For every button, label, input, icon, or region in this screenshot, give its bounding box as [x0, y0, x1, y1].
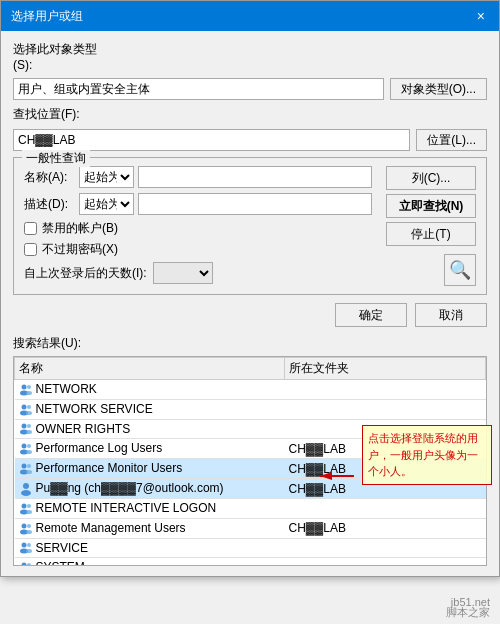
group-icon — [19, 462, 33, 476]
svg-point-28 — [27, 524, 31, 528]
no-expire-label: 不过期密码(X) — [42, 241, 118, 258]
arrow-icon — [318, 469, 358, 483]
row-name-cell: SYSTEM — [15, 558, 285, 566]
group-icon — [19, 422, 33, 436]
dialog-title: 选择用户或组 — [11, 8, 83, 25]
arrow-indicator — [318, 469, 358, 486]
table-row[interactable]: SERVICE — [15, 538, 486, 558]
desc-query-label: 描述(D): — [24, 196, 79, 213]
name-query-row: 名称(A): 起始为 — [24, 166, 372, 188]
group-icon — [19, 442, 33, 456]
group-icon — [19, 522, 33, 536]
name-query-label: 名称(A): — [24, 169, 79, 186]
group-icon — [19, 561, 33, 566]
results-label: 搜索结果(U): — [13, 335, 487, 352]
watermark2: 脚本之家 — [446, 605, 490, 620]
svg-point-32 — [27, 543, 31, 547]
section-legend: 一般性查询 — [22, 150, 90, 167]
ok-button[interactable]: 确定 — [335, 303, 407, 327]
disabled-accounts-checkbox[interactable] — [24, 222, 37, 235]
svg-point-15 — [26, 450, 32, 454]
table-row[interactable]: NETWORK — [15, 380, 486, 400]
desc-query-row: 描述(D): 起始为 — [24, 193, 372, 215]
row-name-cell: NETWORK — [15, 380, 285, 400]
svg-point-29 — [26, 530, 32, 534]
annotation-text: 点击选择登陆系统的用户，一般用户头像为一个小人。 — [368, 432, 478, 477]
svg-point-34 — [21, 563, 26, 566]
svg-point-11 — [26, 430, 32, 434]
row-folder-cell: CH▓▓LAB — [285, 518, 486, 538]
svg-point-6 — [27, 405, 31, 409]
name-query-input[interactable] — [138, 166, 372, 188]
group-icon — [19, 541, 33, 555]
cancel-button[interactable]: 取消 — [415, 303, 487, 327]
svg-point-14 — [27, 444, 31, 448]
svg-point-3 — [26, 391, 32, 395]
days-row: 自上次登录后的天数(I): — [24, 262, 372, 284]
svg-point-8 — [21, 424, 26, 429]
svg-point-18 — [27, 464, 31, 468]
col-name-header: 名称 — [15, 358, 285, 380]
desc-query-dropdown[interactable]: 起始为 — [79, 193, 134, 215]
group-icon — [19, 403, 33, 417]
table-row[interactable]: Remote Management UsersCH▓▓LAB — [15, 518, 486, 538]
desc-query-input[interactable] — [138, 193, 372, 215]
svg-point-21 — [21, 490, 31, 496]
location-input-row: 位置(L)... — [13, 129, 487, 151]
svg-point-7 — [26, 411, 32, 415]
object-type-row: 选择此对象类型(S): — [13, 41, 487, 72]
row-name-cell: Remote Management Users — [15, 518, 285, 538]
svg-point-26 — [21, 523, 26, 528]
group-icon — [19, 383, 33, 397]
row-folder-cell — [285, 498, 486, 518]
location-input[interactable] — [13, 129, 410, 151]
query-and-buttons: 名称(A): 起始为 描述(D): 起始为 — [24, 166, 476, 286]
svg-point-24 — [27, 504, 31, 508]
row-name-cell: OWNER RIGHTS — [15, 419, 285, 439]
col-folder-header: 所在文件夹 — [285, 358, 486, 380]
days-label: 自上次登录后的天数(I): — [24, 265, 147, 282]
row-name-cell: REMOTE INTERACTIVE LOGON — [15, 498, 285, 518]
row-name-cell: Performance Monitor Users — [15, 459, 285, 479]
disabled-accounts-row: 禁用的帐户(B) — [24, 220, 372, 237]
table-row[interactable]: SYSTEM — [15, 558, 486, 566]
row-name-cell: SERVICE — [15, 538, 285, 558]
select-user-dialog: 选择用户或组 × 选择此对象类型(S): 对象类型(O)... 查找位置(F):… — [0, 0, 500, 577]
row-name-cell: NETWORK SERVICE — [15, 399, 285, 419]
svg-point-36 — [27, 563, 31, 566]
svg-point-2 — [27, 385, 31, 389]
svg-point-33 — [26, 549, 32, 553]
row-name-cell: Performance Log Users — [15, 439, 285, 459]
find-icon: 🔍 — [444, 254, 476, 286]
location-button[interactable]: 位置(L)... — [416, 129, 487, 151]
no-expire-checkbox[interactable] — [24, 243, 37, 256]
row-folder-cell — [285, 538, 486, 558]
find-now-button[interactable]: 立即查找(N) — [386, 194, 476, 218]
close-button[interactable]: × — [473, 8, 489, 24]
row-folder-cell — [285, 558, 486, 566]
column-button[interactable]: 列(C)... — [386, 166, 476, 190]
annotation-box: 点击选择登陆系统的用户，一般用户头像为一个小人。 — [362, 425, 492, 485]
group-icon — [19, 502, 33, 516]
row-folder-cell — [285, 399, 486, 419]
object-type-label: 选择此对象类型(S): — [13, 41, 103, 72]
svg-point-19 — [26, 470, 32, 474]
object-type-button[interactable]: 对象类型(O)... — [390, 78, 487, 100]
object-type-input[interactable] — [13, 78, 384, 100]
days-dropdown[interactable] — [153, 262, 213, 284]
table-row[interactable]: NETWORK SERVICE — [15, 399, 486, 419]
svg-point-16 — [21, 464, 26, 469]
row-folder-cell — [285, 380, 486, 400]
stop-button[interactable]: 停止(T) — [386, 222, 476, 246]
table-row[interactable]: REMOTE INTERACTIVE LOGON — [15, 498, 486, 518]
svg-point-30 — [21, 543, 26, 548]
bottom-buttons: 确定 取消 — [13, 303, 487, 327]
row-name-cell: Pu▓▓ng (ch▓▓▓▓7@outlook.com) — [15, 479, 285, 499]
location-label: 查找位置(F): — [13, 106, 103, 123]
svg-point-12 — [21, 444, 26, 449]
location-label-row: 查找位置(F): — [13, 106, 487, 123]
name-query-dropdown[interactable]: 起始为 — [79, 166, 134, 188]
svg-point-4 — [21, 404, 26, 409]
svg-point-22 — [21, 503, 26, 508]
right-buttons: 列(C)... 立即查找(N) 停止(T) 🔍 — [386, 166, 476, 286]
